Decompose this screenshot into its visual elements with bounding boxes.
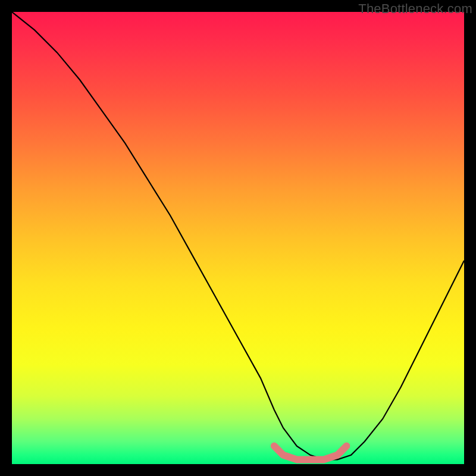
plot-area xyxy=(12,12,464,464)
curve-svg xyxy=(12,12,464,464)
pink-highlight xyxy=(274,446,347,460)
chart-frame: TheBottleneck.com xyxy=(0,0,476,476)
watermark-text: TheBottleneck.com xyxy=(358,1,472,17)
black-curve xyxy=(12,12,464,459)
